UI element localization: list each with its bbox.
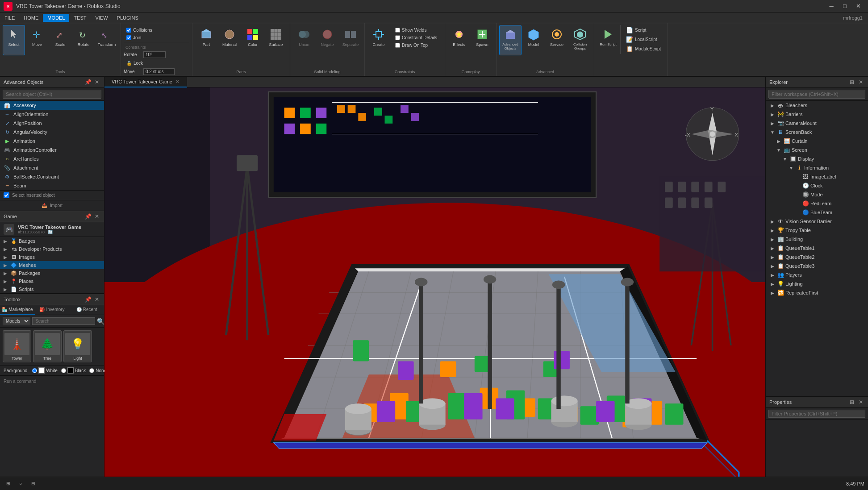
refresh-btn[interactable]: 🔄	[48, 230, 53, 234]
tab-inventory[interactable]: 🎒 Inventory	[35, 305, 70, 315]
part-button[interactable]: Part	[195, 25, 217, 55]
exp-screen-back[interactable]: ▼ 🖥 ScreenBack	[766, 128, 868, 137]
list-item-beam[interactable]: ━ Beam	[0, 181, 104, 190]
move-button[interactable]: ✛ Move	[26, 25, 48, 55]
exp-queue-table1[interactable]: ▶ 📋 QueueTable1	[766, 244, 868, 253]
menu-model[interactable]: MODEL	[43, 14, 69, 22]
list-item-angular-velocity[interactable]: ↻ AngularVelocity	[0, 128, 104, 137]
lock-btn[interactable]: 🔒 Lock	[124, 60, 189, 66]
surface-button[interactable]: Surface	[265, 25, 287, 55]
game-panel-pin[interactable]: 📌	[84, 213, 92, 220]
model-ribbon-button[interactable]: Model	[522, 25, 545, 55]
module-script-btn[interactable]: 📋 ModuleScript	[623, 45, 664, 53]
list-item-attachment[interactable]: 📎 Attachment	[0, 163, 104, 172]
exp-lighting[interactable]: ▶ 💡 Lighting	[766, 279, 868, 288]
exp-replicated-first[interactable]: ▶ 🔁 ReplicatedFirst	[766, 288, 868, 297]
toolbox-search-icon[interactable]: 🔍	[97, 318, 104, 325]
exp-mode[interactable]: 🔘 Mode	[766, 190, 868, 199]
collisions-checkbox[interactable]	[126, 28, 131, 33]
viewport-tab-main[interactable]: VRC Tower Takeover Game ✕	[104, 77, 187, 87]
exp-barriers[interactable]: ▶ 🚧 Barriers	[766, 110, 868, 119]
rotate-input[interactable]	[143, 51, 166, 58]
exp-clock[interactable]: 🕐 Clock	[766, 181, 868, 190]
tab-marketplace[interactable]: 🏪 Marketplace	[0, 305, 35, 315]
viewport[interactable]: X -X Y	[104, 87, 765, 477]
properties-close-btn[interactable]: ✕	[857, 399, 864, 406]
exp-screen[interactable]: ▼ 📺 Screen	[766, 145, 868, 154]
import-button[interactable]: 📥 Import	[0, 200, 104, 211]
exp-image-label[interactable]: 🖼 ImageLabel	[766, 172, 868, 181]
spawn-button[interactable]: Spawn	[471, 25, 493, 55]
exp-blue-team[interactable]: 🔵 BlueTeam	[766, 208, 868, 217]
draw-on-top-btn[interactable]: Draw On Top	[392, 42, 440, 49]
effects-button[interactable]: Effects	[448, 25, 470, 55]
toolbox-item-tower[interactable]: 🗼 Tower	[3, 330, 31, 362]
select-inserted-checkbox[interactable]	[4, 192, 9, 198]
toolbox-search-input[interactable]	[32, 317, 95, 325]
toolbox-item-tree[interactable]: 🌲 Tree	[33, 330, 62, 362]
draw-on-top-checkbox[interactable]	[395, 43, 400, 48]
move-input[interactable]	[143, 68, 175, 75]
show-welds-btn[interactable]: Show Welds	[392, 27, 440, 33]
advanced-objects-button[interactable]: Advanced Objects	[499, 25, 522, 55]
rotate-button[interactable]: ↻ Rotate	[72, 25, 95, 55]
service-button[interactable]: Service	[546, 25, 568, 55]
bg-black-radio[interactable]	[61, 368, 66, 373]
collision-groups-button[interactable]: Collision Groups	[569, 25, 591, 55]
menu-home[interactable]: HOME	[19, 14, 43, 22]
scale-button[interactable]: ⤢ Scale	[49, 25, 71, 55]
negate-button[interactable]: Negate	[316, 25, 338, 55]
toolbox-item-light[interactable]: 💡 Light	[63, 330, 92, 362]
tab-recent[interactable]: 🕐 Recent	[69, 305, 104, 315]
list-item-align-orientation[interactable]: ↔ AlignOrientation	[0, 110, 104, 119]
tree-developer-products[interactable]: ▶ 🛍 Developer Products	[0, 245, 104, 253]
transform-button[interactable]: ⤡ Transform	[96, 25, 118, 55]
script-btn[interactable]: 📄 Script	[623, 26, 664, 34]
constraint-details-checkbox[interactable]	[395, 35, 400, 40]
menu-view[interactable]: VIEW	[91, 14, 112, 22]
minimize-button[interactable]: ─	[825, 2, 838, 11]
list-item-animation[interactable]: ▶ Animation	[0, 137, 104, 145]
list-item-align-position[interactable]: ⤢ AlignPosition	[0, 119, 104, 128]
tree-badges[interactable]: ▶ 🏅 Badges	[0, 237, 104, 245]
tree-places[interactable]: ▶ 📍 Places	[0, 277, 104, 285]
tree-images[interactable]: ▶ 🖼 Images	[0, 253, 104, 261]
run-script-button[interactable]: Run Script	[597, 25, 619, 55]
properties-layout-btn[interactable]: ⊞	[848, 399, 855, 406]
bg-none-option[interactable]: None	[89, 368, 106, 373]
menu-plugins[interactable]: PLUGINS	[113, 14, 143, 22]
game-panel-close[interactable]: ✕	[93, 213, 100, 220]
tree-meshes[interactable]: ▶ 🔷 Meshes	[0, 261, 104, 269]
join-toggle[interactable]: Join	[124, 34, 189, 41]
constraint-details-btn[interactable]: Constraint Details	[392, 34, 440, 41]
exp-queue-table3[interactable]: ▶ 📋 QueueTable3	[766, 262, 868, 270]
material-button[interactable]: Material	[218, 25, 241, 55]
explorer-search-input[interactable]	[768, 90, 865, 99]
exp-bleachers[interactable]: ▶ 🏟 Bleachers	[766, 101, 868, 110]
show-welds-checkbox[interactable]	[395, 28, 400, 33]
explorer-layout-btn[interactable]: ⊞	[848, 79, 855, 86]
exp-vision-sensor[interactable]: ▶ 👁 Vision Sensor Barrier	[766, 217, 868, 226]
union-button[interactable]: Union	[293, 25, 315, 55]
separate-button[interactable]: Separate	[339, 25, 362, 55]
tree-scripts[interactable]: ▶ 📄 Scripts	[0, 285, 104, 293]
join-checkbox[interactable]	[126, 35, 131, 40]
bg-white-radio[interactable]	[32, 368, 37, 373]
exp-display[interactable]: ▼ 🔲 Display	[766, 154, 868, 163]
exp-building[interactable]: ▶ 🏢 Building	[766, 235, 868, 244]
search-taskbar-btn[interactable]: ○	[16, 479, 25, 488]
viewport-tab-close-icon[interactable]: ✕	[175, 79, 179, 85]
exp-information[interactable]: ▼ ℹ Information	[766, 163, 868, 172]
task-view-btn[interactable]: ⊟	[29, 479, 38, 488]
exp-red-team[interactable]: 🔴 RedTeam	[766, 199, 868, 208]
list-item-animation-controller[interactable]: 🎮 AnimationController	[0, 145, 104, 154]
exp-camera-mount[interactable]: ▶ 📷 CameraMount	[766, 119, 868, 128]
adv-objects-pin-btn[interactable]: 📌	[84, 79, 92, 86]
tree-packages[interactable]: ▶ 📦 Packages	[0, 269, 104, 277]
exp-tropy-table[interactable]: ▶ 🏆 Tropy Table	[766, 226, 868, 235]
exp-queue-table2[interactable]: ▶ 📋 QueueTable2	[766, 253, 868, 262]
list-item-accessory[interactable]: 👔 Accessory	[0, 101, 104, 110]
maximize-button[interactable]: □	[839, 2, 851, 11]
bg-black-option[interactable]: Black	[61, 367, 86, 374]
toolbox-filter-select[interactable]: Models Meshes Decals	[3, 317, 30, 325]
